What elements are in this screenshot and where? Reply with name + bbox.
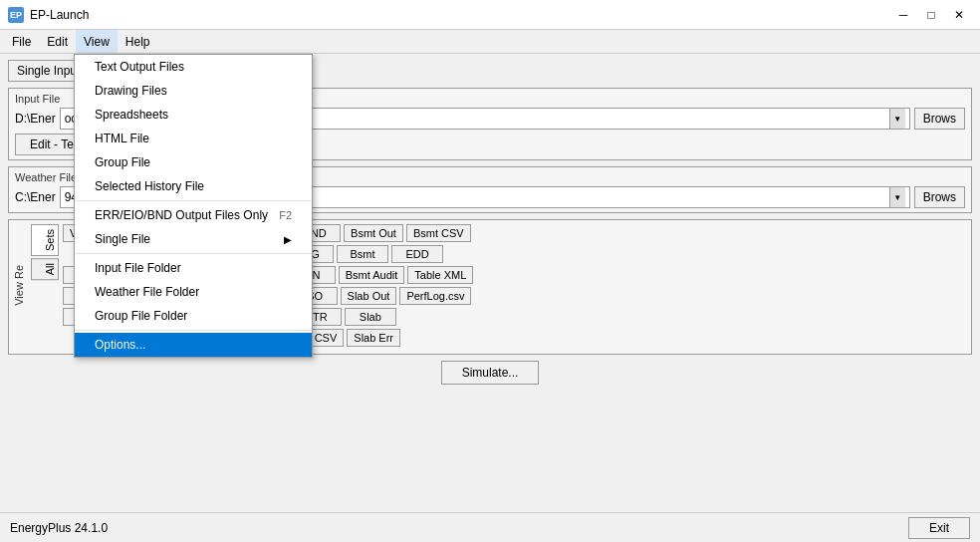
btn-edd[interactable]: EDD	[391, 245, 443, 263]
btn-bsmt-audit[interactable]: Bsmt Audit	[339, 266, 405, 284]
menu-bar: File Edit View Help Text Output Files Dr…	[0, 30, 980, 54]
menu-input-folder[interactable]: Input File Folder	[75, 256, 312, 280]
view-dropdown-menu: Text Output Files Drawing Files Spreadsh…	[74, 54, 313, 358]
menu-single-file[interactable]: Single File ▶	[75, 227, 312, 251]
tab-sets[interactable]: Sets	[31, 224, 59, 256]
menu-group-file[interactable]: Group File	[75, 150, 312, 174]
version-label: EnergyPlus 24.1.0	[10, 521, 108, 535]
menu-file[interactable]: File	[4, 30, 39, 53]
window-controls: ─ □ ✕	[890, 5, 972, 25]
minimize-button[interactable]: ─	[890, 5, 916, 25]
app-icon: EP	[8, 7, 24, 23]
btn-slab-err[interactable]: Slab Err	[347, 329, 400, 347]
btn-slab[interactable]: Slab	[345, 308, 396, 326]
btn-bsmt-out[interactable]: Bsmt Out	[344, 224, 403, 242]
menu-group-folder[interactable]: Group File Folder	[75, 304, 312, 328]
tab-all[interactable]: All	[31, 258, 59, 280]
weather-browse-button[interactable]: Brows	[914, 186, 965, 208]
menu-html-file[interactable]: HTML File	[75, 127, 312, 150]
menu-spreadsheets[interactable]: Spreadsheets	[75, 103, 312, 127]
combo-arrow-input[interactable]: ▼	[889, 109, 905, 129]
menu-err-eio[interactable]: ERR/EIO/BND Output Files Only F2	[75, 203, 312, 227]
view-results-label: View Re	[13, 265, 25, 306]
btn-slab-out[interactable]: Slab Out	[341, 287, 397, 305]
side-tabs: Sets All	[31, 224, 59, 350]
title-bar-left: EP EP-Launch	[8, 7, 89, 23]
separator-1	[75, 200, 312, 201]
menu-drawing-files[interactable]: Drawing Files	[75, 79, 312, 103]
btn-bsmt-csv[interactable]: Bsmt CSV	[406, 224, 471, 242]
menu-help[interactable]: Help	[118, 30, 158, 53]
app-title: EP-Launch	[30, 8, 89, 22]
exit-button[interactable]: Exit	[908, 517, 970, 539]
btn-bsmt[interactable]: Bsmt	[337, 245, 388, 263]
separator-3	[75, 330, 312, 331]
btn-table-xml[interactable]: Table XML	[407, 266, 473, 284]
simulate-row: Simulate...	[8, 361, 972, 385]
menu-selected-history[interactable]: Selected History File	[75, 174, 312, 198]
menu-edit[interactable]: Edit	[39, 30, 76, 53]
bottom-bar: EnergyPlus 24.1.0 Exit	[0, 512, 980, 542]
menu-weather-folder[interactable]: Weather File Folder	[75, 280, 312, 304]
menu-options[interactable]: Options...	[75, 333, 312, 357]
separator-2	[75, 253, 312, 254]
simulate-button[interactable]: Simulate...	[441, 361, 540, 385]
combo-arrow-weather[interactable]: ▼	[889, 187, 905, 207]
input-browse-button[interactable]: Brows	[914, 108, 965, 130]
input-file-prefix: D:\Ener	[15, 112, 56, 126]
close-button[interactable]: ✕	[946, 5, 972, 25]
menu-view[interactable]: View	[76, 30, 118, 53]
menu-text-output-files[interactable]: Text Output Files	[75, 55, 312, 79]
weather-file-prefix: C:\Ener	[15, 190, 56, 204]
maximize-button[interactable]: □	[918, 5, 944, 25]
btn-perflog[interactable]: PerfLog.csv	[399, 287, 471, 305]
title-bar: EP EP-Launch ─ □ ✕	[0, 0, 980, 30]
